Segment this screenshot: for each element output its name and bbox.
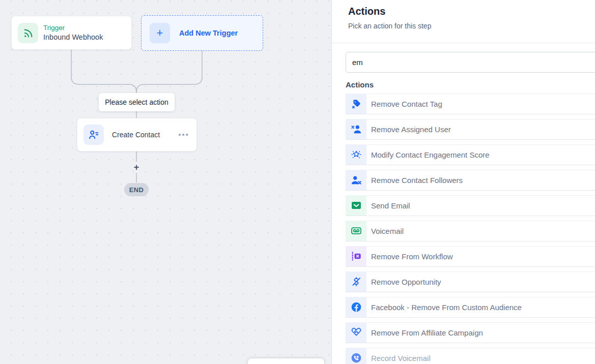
action-item-label: Modify Contact Engagement Score [366, 144, 595, 165]
panel-title: Actions [348, 6, 595, 17]
action-item-label: Remove Assigned User [366, 119, 595, 139]
action-item-label: Remove Contact Followers [366, 170, 595, 190]
please-select-action-label: Please select action [99, 93, 175, 111]
workflow-x-icon [346, 246, 366, 266]
engagement-star-icon [346, 144, 366, 165]
action-item-label: Remove Contact Tag [366, 94, 595, 114]
action-item-send-email[interactable]: Send Email [346, 195, 595, 216]
action-item-facebook-remove-from-custom-audience[interactable]: Facebook - Remove From Custom Audience [346, 297, 595, 318]
plus-icon: + [150, 23, 170, 43]
action-item-label: Record Voicemail [366, 348, 595, 364]
voicemail-icon [346, 221, 366, 241]
canvas-toolbar-peek[interactable] [248, 358, 324, 364]
user-x-left-icon [346, 119, 366, 139]
webhook-icon [18, 23, 38, 43]
action-item-remove-from-workflow[interactable]: Remove From Workflow [346, 246, 595, 267]
action-item-remove-opportunity[interactable]: Remove Opportunity [346, 271, 595, 292]
end-badge: END [124, 183, 149, 196]
action-item-remove-assigned-user[interactable]: Remove Assigned User [346, 119, 595, 140]
action-item-remove-from-affiliate-campaign[interactable]: Remove From Affiliate Campaign [346, 322, 595, 343]
handshake-icon [346, 322, 366, 343]
email-icon [346, 195, 366, 216]
action-item-label: Send Email [366, 195, 595, 216]
create-contact-node[interactable]: Create Contact ••• [77, 118, 197, 151]
dollar-slash-icon [346, 271, 366, 292]
action-list: Remove Contact TagRemove Assigned UserMo… [346, 94, 595, 364]
action-item-label: Remove From Affiliate Campaign [366, 322, 595, 343]
action-item-remove-contact-tag[interactable]: Remove Contact Tag [346, 94, 595, 114]
node-menu-dots-icon[interactable]: ••• [178, 133, 189, 136]
trigger-node-title: Trigger [43, 23, 103, 33]
action-item-voicemail[interactable]: Voicemail [346, 221, 595, 241]
create-contact-label: Create Contact [112, 131, 178, 139]
trigger-node-subtitle: Inbound Webhook [43, 33, 103, 43]
contact-icon [83, 125, 104, 145]
action-item-modify-contact-engagement-score[interactable]: Modify Contact Engagement Score [346, 144, 595, 165]
workflow-canvas[interactable]: Trigger Inbound Webhook + Add New Trigge… [0, 0, 331, 364]
tag-x-icon [346, 94, 366, 114]
actions-section-label: Actions [346, 80, 595, 89]
panel-subtitle: Pick an action for this step [348, 22, 595, 30]
action-item-label: Voicemail [366, 221, 595, 241]
user-x-right-icon [346, 170, 366, 190]
action-item-record-voicemail[interactable]: Record Voicemail [346, 348, 595, 364]
phone-record-icon [346, 348, 366, 364]
action-item-remove-contact-followers[interactable]: Remove Contact Followers [346, 170, 595, 191]
add-step-plus-button[interactable]: + [130, 162, 143, 173]
facebook-icon [346, 297, 366, 317]
trigger-node[interactable]: Trigger Inbound Webhook [11, 16, 132, 50]
action-item-label: Remove From Workflow [366, 246, 595, 266]
action-item-label: Facebook - Remove From Custom Audience [366, 297, 595, 317]
add-new-trigger-label: Add New Trigger [179, 29, 238, 37]
actions-panel: Actions Pick an action for this step Act… [331, 0, 595, 364]
action-item-label: Remove Opportunity [366, 271, 595, 292]
add-new-trigger-button[interactable]: + Add New Trigger [141, 15, 263, 51]
workflow-connector-lines [0, 0, 331, 364]
action-search-input[interactable] [346, 52, 595, 73]
